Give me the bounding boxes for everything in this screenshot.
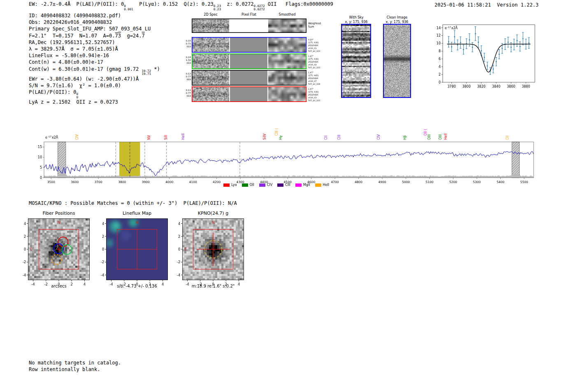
footer-line: No matching targets in catalog. <box>29 360 121 366</box>
line-fit-plot <box>427 20 539 94</box>
legend-swatch <box>242 183 248 187</box>
fiber-positions-plot <box>18 217 94 288</box>
legend-swatch <box>277 183 283 187</box>
spectrum-legend: LyαOIICIVCIIIMgIIHeII <box>223 183 329 187</box>
column-header-pixel-flat: Pixel Flat <box>242 13 256 16</box>
mosaic-matches-line: MOSAIC/KPNO : Possible Matches = 0 (with… <box>29 200 237 206</box>
info-line: ID: 4090408832 (4090408832.pdf) <box>29 12 160 19</box>
with-sky-coords: x, y: 175, 936 <box>345 20 368 24</box>
legend-item: CIII <box>277 183 290 187</box>
info-line: Cont(n) = 4.80(±0.00)e-17 <box>29 59 160 65</box>
fiber-positions-title: Fiber Positions <box>43 211 75 216</box>
info-line: EWr = -3.80(±0.64) (w: -2.90(±0.47))Å <box>29 76 160 82</box>
lineflux-map-title: Lineflux Map <box>123 211 151 216</box>
info-line: Cont(w) = 6.30(±0.01)e-17 (gmag 19.72 19… <box>29 66 160 76</box>
footer-line: Row intentionally blank. <box>29 366 121 373</box>
header-measurements: EW: -2.7±-0.4Å P(LAE)/P(OII): 000.001 P(… <box>29 1 333 11</box>
timestamp-version: 2025-01-06 11:58:21 Version 1.22.3 <box>434 2 539 8</box>
column-header-2d-spec: 2D Spec <box>204 13 217 16</box>
legend-swatch <box>259 183 265 187</box>
legend-item: MgII <box>295 183 310 187</box>
2d-spec-cutouts-grid <box>182 17 327 104</box>
info-line: Primary Spec_Slot_IFU_AMP: 507_093_054_L… <box>29 26 160 32</box>
info-line: Obs: 20220426v016_4090408832 <box>29 19 160 26</box>
legend-label: OII <box>250 183 254 187</box>
clean-image-title: Clean Image <box>387 16 407 19</box>
with-sky-title: With Sky <box>349 16 364 19</box>
kpno-image-plot <box>172 217 248 288</box>
legend-label: Lyα <box>231 183 237 187</box>
footer-notes: No matching targets in catalog.Row inten… <box>29 360 121 373</box>
kpno-title: KPNO(24.7) g <box>198 211 228 216</box>
info-line: P(LAE)/P(OII): 000 <box>29 89 160 99</box>
detection-info-block: ID: 4090408832 (4090408832.pdf)Obs: 2022… <box>29 12 160 105</box>
legend-item: CIV <box>259 183 272 187</box>
legend-swatch <box>295 183 302 187</box>
clean-image-coords: x, y: 175, 936 <box>386 20 409 24</box>
legend-label: CIV <box>267 183 272 187</box>
clean-image <box>383 24 411 98</box>
legend-item: HeII <box>315 183 330 187</box>
legend-label: CIII <box>285 183 290 187</box>
legend-label: HeII <box>323 183 330 187</box>
elixer-report-page: EW: -2.7±-0.4Å P(LAE)/P(OII): 000.001 P(… <box>0 0 576 392</box>
fiber-positions-xlabel: arcsecs <box>51 284 67 288</box>
legend-label: MgII <box>303 183 310 187</box>
spectrum-plot <box>24 112 552 188</box>
kpno-caption: m:18.9 re:1.6" s:0.2" <box>192 284 235 288</box>
info-line: S/N = 9.7(±1.6) χ² = 1.0(±0.0) <box>29 82 160 89</box>
legend-item: OII <box>242 183 254 187</box>
legend-swatch <box>315 183 321 187</box>
info-line: LyA z = 2.1502 OII z = 0.0273 <box>29 99 160 105</box>
lineflux-map-caption: s/b: -4.73 +/- 0.136 <box>117 284 157 288</box>
lineflux-map-plot <box>96 217 172 288</box>
info-line: F=2.1" T=0.157 N=1.07 A=0.73 g=24.7 <box>29 32 160 39</box>
info-line: LineFlux = -5.80(±0.94)e-16 <box>29 52 160 59</box>
with-sky-image <box>341 24 371 98</box>
info-line: λ = 3829.57Å σ = 7.05(±1.05)Å <box>29 46 160 52</box>
column-header-smoothed: Smoothed <box>279 13 296 16</box>
legend-item: Lyα <box>223 183 237 187</box>
legend-swatch <box>223 183 230 187</box>
info-line: RA,Dec (192.956131,52.527657) <box>29 39 160 46</box>
